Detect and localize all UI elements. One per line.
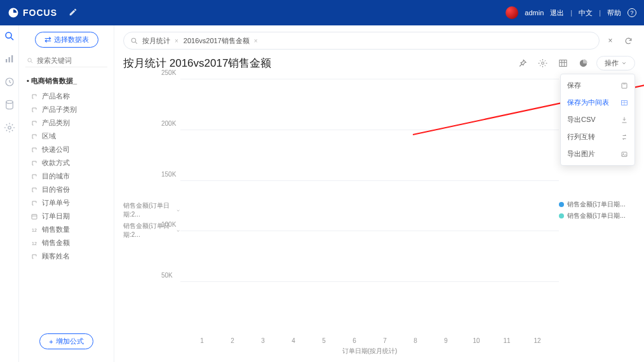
help-icon[interactable]: ? [627,8,636,17]
table-view-icon[interactable] [556,57,570,70]
add-formula-button[interactable]: + 增加公式 [39,333,93,349]
focus-logo-icon [8,7,19,18]
field-list: 产品名称产品子类别产品类别区域快递公司收款方式目的城市目的省份订单单号订单日期1… [25,90,107,263]
svg-point-14 [131,38,136,42]
top-header: FOCUS admin 退出 | 中文 | 帮助 ? [0,0,644,25]
gear-icon[interactable] [535,57,549,70]
ops-menu-item[interactable]: 导出CSV [561,111,634,128]
logout-link[interactable]: 退出 [550,8,564,18]
tag-close-icon[interactable]: × [175,37,178,44]
x-tick: 8 [401,337,429,344]
ops-menu-item[interactable]: 保存为中间表 [561,94,634,111]
svg-rect-10 [32,214,37,219]
query-tag[interactable]: 2016vs2017销售金额 [184,36,250,46]
rail-search-icon[interactable] [4,30,15,42]
left-rail [0,25,19,362]
sidebar: ⇄ 选择数据表 • 电商销售数据_ 产品名称产品子类别产品类别区域快递公司收款方… [19,25,114,362]
lang-link[interactable]: 中文 [579,8,593,18]
dataset-name[interactable]: • 电商销售数据_ [25,72,107,90]
legend-item[interactable]: 销售金额(订单日期... [559,200,635,209]
add-formula-label: 增加公式 [56,337,84,346]
x-tick: 7 [371,337,399,344]
svg-line-15 [135,42,137,44]
pin-icon[interactable] [515,57,529,70]
query-tag[interactable]: 按月统计 [142,36,170,46]
field-item[interactable]: 产品名称 [25,90,107,103]
x-tick: 6 [340,337,368,344]
field-item[interactable]: 订单日期 [25,210,107,223]
x-tick: 11 [493,337,521,344]
chevron-down-icon [176,208,180,213]
ops-menu-item[interactable]: 导出图片 [561,145,634,163]
select-datasource-button[interactable]: ⇄ 选择数据表 [35,32,98,48]
field-item[interactable]: 12销售金额 [25,236,107,250]
svg-rect-17 [559,60,566,67]
x-tick: 10 [462,337,490,344]
svg-text:12: 12 [32,241,37,245]
field-item[interactable]: 12销售数量 [25,223,107,236]
help-link[interactable]: 帮助 [607,8,621,18]
search-icon [27,57,34,64]
svg-rect-26 [622,152,627,156]
field-item[interactable]: 订单单号 [25,196,107,210]
brand-logo[interactable]: FOCUS [8,7,57,18]
brand-text: FOCUS [23,8,57,18]
x-tick: 5 [310,337,338,344]
field-item[interactable]: 收款方式 [25,156,107,170]
svg-point-0 [6,32,11,38]
operations-menu: 保存保存为中间表导出CSV行列互转导出图片 [560,74,635,166]
svg-point-16 [541,62,544,65]
query-input[interactable]: 按月统计× 2016vs2017销售金额× [123,32,600,50]
tag-close-icon[interactable]: × [254,37,258,44]
legend-item[interactable]: 销售金额(订单日期... [559,211,635,220]
header-right: admin 退出 | 中文 | 帮助 ? [506,6,636,19]
refresh-icon[interactable] [621,34,635,48]
x-tick: 4 [279,337,307,344]
y-tick: 150K [161,170,176,177]
field-item[interactable]: 目的省份 [25,183,107,196]
edit-icon[interactable] [69,8,77,18]
rail-db-icon[interactable] [4,99,15,111]
chart-canvas: 250K 200K 150K 100K 50K 1 2 3 4 5 6 [180,73,559,358]
chart-view-icon[interactable] [576,57,590,70]
ops-menu-item[interactable]: 行列互转 [561,128,634,145]
x-axis-label: 订单日期(按月统计) [180,347,559,356]
chart-config-axis: 销售金额(订单日期:2... 销售金额(订单日期:2... [123,73,180,358]
svg-point-8 [28,58,32,62]
axis-config-item[interactable]: 销售金额(订单日期:2... [123,200,180,220]
svg-text:12: 12 [32,227,37,232]
keyword-search-input[interactable] [25,54,107,67]
clear-query-icon[interactable]: × [603,34,617,48]
y-tick: 250K [161,69,176,76]
field-item[interactable]: 目的城市 [25,170,107,183]
operations-label: 操作 [605,58,619,68]
rail-gear-icon[interactable] [4,122,15,133]
rail-chart-icon[interactable] [4,53,15,65]
field-item[interactable]: 产品子类别 [25,103,107,116]
svg-rect-3 [8,57,10,62]
y-tick: 50K [161,272,173,279]
svg-point-7 [8,126,11,130]
avatar[interactable] [506,6,518,19]
x-tick: 12 [523,337,551,344]
username[interactable]: admin [525,9,544,17]
svg-rect-2 [6,59,7,62]
y-tick: 100K [161,221,176,228]
field-item[interactable]: 区域 [25,130,107,143]
select-datasource-label: 选择数据表 [54,35,89,44]
field-item[interactable]: 快递公司 [25,143,107,156]
field-item[interactable]: 产品类别 [25,116,107,130]
field-item[interactable]: 顾客姓名 [25,250,107,263]
x-tick: 2 [218,337,246,344]
chevron-down-icon [176,228,180,234]
x-tick: 1 [188,337,216,344]
main-area: 按月统计× 2016vs2017销售金额× × 按月统计 2016vs2017销… [114,25,644,362]
chart-title: 按月统计 2016vs2017销售金额 [123,56,271,70]
svg-point-6 [6,100,13,104]
svg-rect-4 [11,55,13,62]
ops-menu-item[interactable]: 保存 [561,77,634,94]
y-tick: 200K [161,119,176,126]
operations-button[interactable]: 操作 [596,56,635,70]
rail-clock-icon[interactable] [4,76,15,88]
svg-line-9 [31,62,32,63]
